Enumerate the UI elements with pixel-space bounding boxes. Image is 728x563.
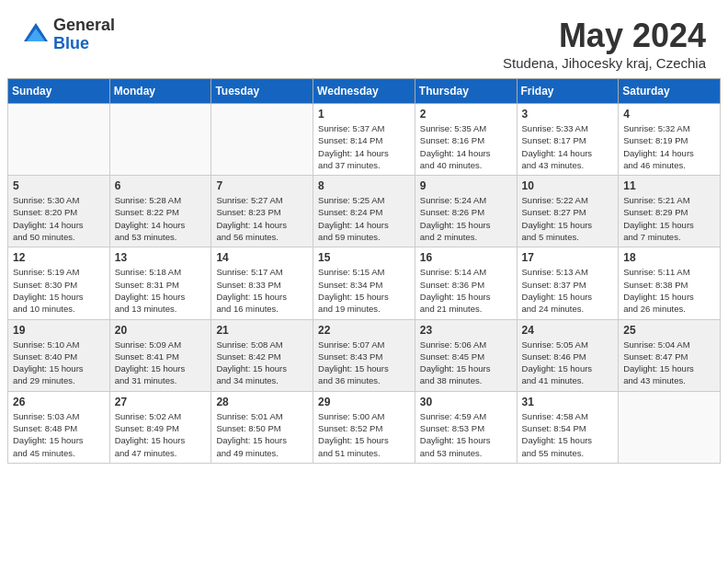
day-info: Sunrise: 5:21 AM Sunset: 8:29 PM Dayligh… (623, 194, 715, 243)
day-info: Sunrise: 5:01 AM Sunset: 8:50 PM Dayligh… (216, 410, 308, 459)
calendar-cell: 31Sunrise: 4:58 AM Sunset: 8:54 PM Dayli… (517, 391, 619, 463)
day-info: Sunrise: 5:08 AM Sunset: 8:42 PM Dayligh… (216, 339, 308, 387)
calendar-cell: 11Sunrise: 5:21 AM Sunset: 8:29 PM Dayli… (619, 176, 721, 247)
day-info: Sunrise: 5:18 AM Sunset: 8:31 PM Dayligh… (115, 266, 207, 315)
day-number: 8 (318, 179, 410, 192)
day-info: Sunrise: 5:03 AM Sunset: 8:48 PM Dayligh… (13, 410, 105, 459)
logo: General Blue (22, 17, 115, 53)
calendar-cell: 4Sunrise: 5:32 AM Sunset: 8:19 PM Daylig… (619, 104, 721, 176)
day-info: Sunrise: 5:32 AM Sunset: 8:19 PM Dayligh… (623, 122, 715, 171)
th-wednesday: Wednesday (313, 79, 415, 104)
logo-text: General Blue (53, 17, 115, 53)
day-number: 20 (115, 324, 207, 337)
day-number: 30 (420, 396, 512, 408)
month-title: May 2024 (503, 17, 706, 55)
day-number: 14 (216, 251, 308, 264)
calendar-cell (619, 391, 721, 463)
calendar-cell: 27Sunrise: 5:02 AM Sunset: 8:49 PM Dayli… (109, 391, 211, 463)
calendar-cell: 8Sunrise: 5:25 AM Sunset: 8:24 PM Daylig… (313, 176, 415, 247)
calendar-cell: 13Sunrise: 5:18 AM Sunset: 8:31 PM Dayli… (109, 247, 211, 319)
day-number: 11 (623, 179, 715, 192)
th-thursday: Thursday (415, 79, 517, 104)
calendar-cell: 10Sunrise: 5:22 AM Sunset: 8:27 PM Dayli… (517, 176, 619, 247)
day-info: Sunrise: 5:37 AM Sunset: 8:14 PM Dayligh… (318, 122, 410, 171)
day-info: Sunrise: 5:28 AM Sunset: 8:22 PM Dayligh… (115, 194, 207, 243)
day-number: 1 (318, 108, 410, 121)
day-info: Sunrise: 5:19 AM Sunset: 8:30 PM Dayligh… (13, 266, 105, 315)
day-number: 16 (420, 251, 512, 264)
calendar-cell: 6Sunrise: 5:28 AM Sunset: 8:22 PM Daylig… (109, 176, 211, 247)
day-info: Sunrise: 5:14 AM Sunset: 8:36 PM Dayligh… (420, 266, 512, 315)
th-sunday: Sunday (8, 79, 110, 104)
calendar-cell: 16Sunrise: 5:14 AM Sunset: 8:36 PM Dayli… (415, 247, 517, 319)
day-info: Sunrise: 4:58 AM Sunset: 8:54 PM Dayligh… (522, 410, 614, 459)
calendar-cell: 29Sunrise: 5:00 AM Sunset: 8:52 PM Dayli… (313, 391, 415, 463)
calendar-body: 1Sunrise: 5:37 AM Sunset: 8:14 PM Daylig… (8, 104, 721, 464)
day-info: Sunrise: 5:33 AM Sunset: 8:17 PM Dayligh… (522, 122, 614, 171)
day-info: Sunrise: 5:15 AM Sunset: 8:34 PM Dayligh… (318, 266, 410, 315)
location: Studena, Jihocesky kraj, Czechia (503, 55, 706, 71)
day-info: Sunrise: 4:59 AM Sunset: 8:53 PM Dayligh… (420, 410, 512, 459)
day-info: Sunrise: 5:07 AM Sunset: 8:43 PM Dayligh… (318, 339, 410, 387)
calendar-cell: 24Sunrise: 5:05 AM Sunset: 8:46 PM Dayli… (517, 319, 619, 391)
title-section: May 2024 Studena, Jihocesky kraj, Czechi… (503, 17, 706, 71)
day-number: 9 (420, 179, 512, 192)
day-info: Sunrise: 5:05 AM Sunset: 8:46 PM Dayligh… (522, 339, 614, 387)
day-number: 12 (13, 251, 105, 264)
calendar-cell: 9Sunrise: 5:24 AM Sunset: 8:26 PM Daylig… (415, 176, 517, 247)
calendar-cell: 25Sunrise: 5:04 AM Sunset: 8:47 PM Dayli… (619, 319, 721, 391)
calendar-cell: 3Sunrise: 5:33 AM Sunset: 8:17 PM Daylig… (517, 104, 619, 176)
day-info: Sunrise: 5:27 AM Sunset: 8:23 PM Dayligh… (216, 194, 308, 243)
calendar-cell: 12Sunrise: 5:19 AM Sunset: 8:30 PM Dayli… (8, 247, 110, 319)
calendar-header: Sunday Monday Tuesday Wednesday Thursday… (8, 79, 721, 104)
day-info: Sunrise: 5:11 AM Sunset: 8:38 PM Dayligh… (623, 266, 715, 315)
calendar-cell: 21Sunrise: 5:08 AM Sunset: 8:42 PM Dayli… (211, 319, 313, 391)
day-number: 28 (216, 396, 308, 408)
calendar-cell: 23Sunrise: 5:06 AM Sunset: 8:45 PM Dayli… (415, 319, 517, 391)
calendar-cell: 30Sunrise: 4:59 AM Sunset: 8:53 PM Dayli… (415, 391, 517, 463)
th-monday: Monday (109, 79, 211, 104)
calendar-table: Sunday Monday Tuesday Wednesday Thursday… (7, 78, 721, 464)
day-number: 22 (318, 324, 410, 337)
th-tuesday: Tuesday (211, 79, 313, 104)
day-info: Sunrise: 5:25 AM Sunset: 8:24 PM Dayligh… (318, 194, 410, 243)
day-info: Sunrise: 5:00 AM Sunset: 8:52 PM Dayligh… (318, 410, 410, 459)
page-header: General Blue May 2024 Studena, Jihocesky… (0, 0, 728, 78)
day-number: 23 (420, 324, 512, 337)
th-friday: Friday (517, 79, 619, 104)
logo-icon (22, 21, 50, 49)
week-row-2: 5Sunrise: 5:30 AM Sunset: 8:20 PM Daylig… (8, 176, 721, 247)
day-number: 13 (115, 251, 207, 264)
day-number: 18 (623, 251, 715, 264)
day-number: 25 (623, 324, 715, 337)
day-number: 26 (13, 396, 105, 408)
day-info: Sunrise: 5:22 AM Sunset: 8:27 PM Dayligh… (522, 194, 614, 243)
day-info: Sunrise: 5:06 AM Sunset: 8:45 PM Dayligh… (420, 339, 512, 387)
day-info: Sunrise: 5:02 AM Sunset: 8:49 PM Dayligh… (115, 410, 207, 459)
header-row: Sunday Monday Tuesday Wednesday Thursday… (8, 79, 721, 104)
calendar-cell (211, 104, 313, 176)
calendar-cell: 1Sunrise: 5:37 AM Sunset: 8:14 PM Daylig… (313, 104, 415, 176)
day-number: 4 (623, 108, 715, 121)
day-info: Sunrise: 5:30 AM Sunset: 8:20 PM Dayligh… (13, 194, 105, 243)
day-number: 31 (522, 396, 614, 408)
day-number: 19 (13, 324, 105, 337)
week-row-5: 26Sunrise: 5:03 AM Sunset: 8:48 PM Dayli… (8, 391, 721, 463)
calendar-cell: 2Sunrise: 5:35 AM Sunset: 8:16 PM Daylig… (415, 104, 517, 176)
calendar-cell: 15Sunrise: 5:15 AM Sunset: 8:34 PM Dayli… (313, 247, 415, 319)
calendar-cell: 28Sunrise: 5:01 AM Sunset: 8:50 PM Dayli… (211, 391, 313, 463)
day-info: Sunrise: 5:10 AM Sunset: 8:40 PM Dayligh… (13, 339, 105, 387)
logo-general: General (53, 17, 115, 35)
day-number: 2 (420, 108, 512, 121)
logo-blue: Blue (53, 35, 115, 53)
week-row-4: 19Sunrise: 5:10 AM Sunset: 8:40 PM Dayli… (8, 319, 721, 391)
day-number: 3 (522, 108, 614, 121)
week-row-3: 12Sunrise: 5:19 AM Sunset: 8:30 PM Dayli… (8, 247, 721, 319)
day-number: 6 (115, 179, 207, 192)
day-info: Sunrise: 5:04 AM Sunset: 8:47 PM Dayligh… (623, 339, 715, 387)
day-number: 21 (216, 324, 308, 337)
calendar-cell (109, 104, 211, 176)
day-number: 15 (318, 251, 410, 264)
day-info: Sunrise: 5:09 AM Sunset: 8:41 PM Dayligh… (115, 339, 207, 387)
day-info: Sunrise: 5:17 AM Sunset: 8:33 PM Dayligh… (216, 266, 308, 315)
